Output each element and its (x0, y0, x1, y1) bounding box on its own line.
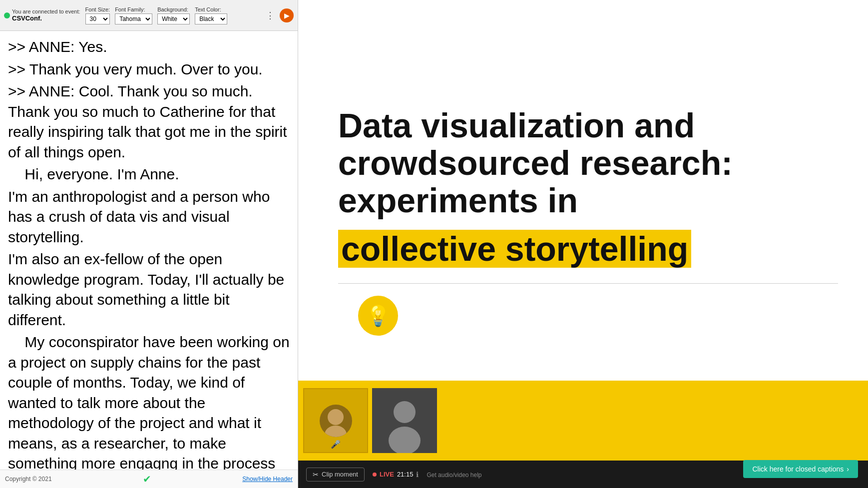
scissors-icon: ✂ (313, 471, 319, 479)
event-name: CSVConf. (12, 14, 80, 22)
background-label: Background: (157, 6, 190, 12)
font-size-label: Font Size: (85, 6, 110, 12)
right-panel: Data visualization and crowdsourced rese… (298, 0, 868, 488)
checkmark-icon: ✔ (143, 473, 151, 485)
transcript-line-4: Hi, everyone. I'm Anne. (8, 164, 290, 185)
toolbar-right: ⋮ ▶ (264, 8, 294, 22)
video-thumb-2 (372, 388, 437, 453)
event-info: You are connected to event: CSVConf. (4, 8, 80, 22)
svg-point-0 (328, 409, 344, 425)
text-color-label: Text Color: (195, 6, 227, 12)
background-group: Background: White Black Yellow Blue (157, 6, 190, 24)
svg-point-1 (325, 426, 347, 437)
slide-highlight-text: collective storytelling (338, 230, 691, 268)
slide-title: Data visualization and crowdsourced rese… (338, 107, 733, 219)
left-panel: You are connected to event: CSVConf. Fon… (0, 0, 298, 488)
slide-title-line1: Data visualization and (338, 106, 695, 144)
settings-button[interactable]: ▶ (280, 8, 294, 22)
font-family-group: Font Family: Tahoma Arial Georgia Verdan… (115, 6, 152, 24)
slide-divider (338, 283, 838, 284)
transcript-line-7: My coconspirator have been working on a … (8, 332, 290, 470)
lightbulb-icon: 💡 (358, 296, 398, 336)
closed-captions-label: Click here for closed captions (752, 465, 844, 473)
svg-point-3 (394, 401, 416, 423)
background-select[interactable]: White Black Yellow Blue (157, 13, 190, 24)
live-dot (373, 473, 377, 477)
audio-help-text: Get audio/video help (427, 470, 481, 479)
font-family-label: Font Family: (115, 6, 152, 12)
copyright-text: Copyright © 2021 (5, 476, 52, 483)
transcript-line-1: >> ANNE: Yes. (8, 37, 290, 57)
text-color-select[interactable]: Black White Yellow Red (195, 13, 227, 24)
font-family-select[interactable]: Tahoma Arial Georgia Verdana (115, 13, 152, 24)
more-options-button[interactable]: ⋮ (264, 9, 277, 22)
left-footer: Copyright © 2021 ✔ Show/Hide Header (0, 470, 298, 488)
transcript-line-2: >> Thank you very much. Over to you. (8, 59, 290, 80)
clip-label: Clip moment (322, 471, 358, 478)
slide-title-line3: experiments in (338, 181, 578, 219)
toolbar: You are connected to event: CSVConf. Fon… (0, 0, 298, 31)
text-color-group: Text Color: Black White Yellow Red (195, 6, 227, 24)
closed-captions-button[interactable]: Click here for closed captions › (743, 460, 858, 478)
transcript-area: >> ANNE: Yes. >> Thank you very much. Ov… (0, 31, 298, 470)
font-size-select[interactable]: 30 20 24 36 (85, 13, 110, 24)
slide-area: Data visualization and crowdsourced rese… (298, 0, 868, 381)
live-text: LIVE (380, 471, 394, 478)
event-label: You are connected to event: (12, 8, 80, 14)
time-display: 21:15 (397, 471, 414, 478)
transcript-line-6: I'm also an ex-fellow of the open knowle… (8, 249, 290, 330)
connected-indicator (4, 12, 10, 18)
show-hide-header-link[interactable]: Show/Hide Header (242, 476, 293, 483)
chevron-right-icon: › (847, 465, 849, 473)
info-icon[interactable]: ℹ (416, 471, 419, 479)
bottom-bar: ✂ Clip moment LIVE 21:15 ℹ Get audio/vid… (298, 461, 868, 488)
video-strip: 🎤 (298, 381, 868, 461)
slide-title-line2: crowdsourced research: (338, 144, 733, 182)
transcript-line-5: I'm an anthropologist and a person who h… (8, 187, 290, 248)
font-size-group: Font Size: 30 20 24 36 (85, 6, 110, 24)
video-thumb-1: 🎤 (303, 388, 368, 453)
clip-moment-button[interactable]: ✂ Clip moment (306, 468, 365, 482)
transcript-line-3: >> ANNE: Cool. Thank you so much. Thank … (8, 81, 290, 162)
live-badge: LIVE 21:15 ℹ (373, 471, 419, 479)
